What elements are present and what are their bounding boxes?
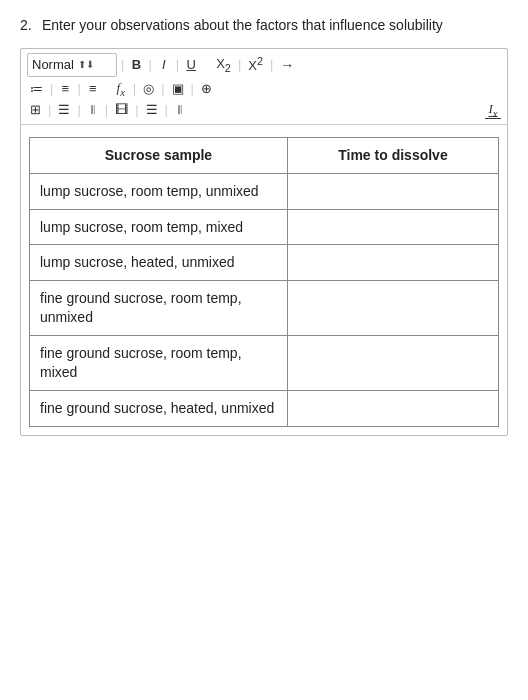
arrow-button[interactable]: → — [277, 56, 297, 74]
sep2: | — [148, 57, 151, 72]
style-label: Normal — [32, 57, 74, 72]
table-row: lump sucrose, room temp, mixed — [30, 209, 499, 245]
sep16: | — [135, 102, 138, 117]
question-text: Enter your observations about the factor… — [42, 16, 508, 36]
italic-button[interactable]: I — [156, 56, 172, 73]
align-left-icon[interactable]: ☰ — [55, 101, 73, 118]
table-row: fine ground sucrose, heated, unmixed — [30, 390, 499, 426]
style-select[interactable]: Normal ⬆⬇ — [27, 53, 117, 77]
indent-icon[interactable]: ≡ — [85, 80, 101, 97]
fx-button[interactable]: fx — [113, 79, 129, 99]
subscript-button[interactable]: X2 — [213, 55, 234, 75]
columns-icon[interactable]: ⦀ — [85, 101, 101, 119]
table-icon[interactable]: ⊞ — [27, 101, 44, 118]
list-ordered-icon[interactable]: ≡ — [57, 80, 73, 97]
table-row: fine ground sucrose, room temp, unmixed — [30, 281, 499, 336]
superscript-button[interactable]: X2 — [245, 54, 266, 74]
sep8: | — [77, 81, 80, 96]
cell-sample-5[interactable]: fine ground sucrose, heated, unmixed — [30, 390, 288, 426]
sucrose-table: Sucrose sample Time to dissolve lump suc… — [29, 137, 499, 427]
cell-time-1[interactable] — [287, 209, 498, 245]
cell-time-2[interactable] — [287, 245, 498, 281]
toolbar-row-3: ⊞ | ☰ | ⦀ | 🎞 | ☰ | ⦀ Ix — [27, 100, 501, 120]
image-icon[interactable]: ▣ — [169, 80, 187, 97]
clear-format-button[interactable]: Ix — [485, 100, 501, 120]
cell-sample-2[interactable]: lump sucrose, heated, unmixed — [30, 245, 288, 281]
list-unordered-icon[interactable]: ≔ — [27, 80, 46, 97]
cell-sample-1[interactable]: lump sucrose, room temp, mixed — [30, 209, 288, 245]
cell-sample-4[interactable]: fine ground sucrose, room temp, mixed — [30, 336, 288, 391]
table-row: fine ground sucrose, room temp, mixed — [30, 336, 499, 391]
sep12: | — [191, 81, 194, 96]
sep14: | — [77, 102, 80, 117]
cell-sample-0[interactable]: lump sucrose, room temp, unmixed — [30, 173, 288, 209]
table-header-row: Sucrose sample Time to dissolve — [30, 137, 499, 173]
cell-time-5[interactable] — [287, 390, 498, 426]
sep1: | — [121, 57, 124, 72]
sep6: | — [270, 57, 273, 72]
cell-time-3[interactable] — [287, 281, 498, 336]
toolbar-row-2: ≔ | ≡ | ≡ fx | ◎ | ▣ | ⊕ — [27, 79, 501, 99]
subscript-num: 2 — [225, 61, 231, 73]
percent-icon[interactable]: ◎ — [140, 80, 157, 97]
question-number: 2. — [20, 16, 36, 36]
sep17: | — [165, 102, 168, 117]
editor-container: Normal ⬆⬇ | B | I | U X2 | X2 | → ≔ | ≡ … — [20, 48, 508, 436]
col-header-sample: Sucrose sample — [30, 137, 288, 173]
sep3: | — [176, 57, 179, 72]
list2-icon[interactable]: ☰ — [143, 101, 161, 118]
editor-body[interactable]: Sucrose sample Time to dissolve lump suc… — [21, 125, 507, 435]
select-arrow-icon: ⬆⬇ — [78, 59, 94, 70]
superscript-num: 2 — [257, 55, 263, 67]
media-icon[interactable]: 🎞 — [112, 101, 131, 118]
cell-sample-3[interactable]: fine ground sucrose, room temp, unmixed — [30, 281, 288, 336]
link-icon[interactable]: ⊕ — [198, 80, 215, 97]
sep5: | — [238, 57, 241, 72]
toolbar: Normal ⬆⬇ | B | I | U X2 | X2 | → ≔ | ≡ … — [21, 49, 507, 125]
cell-time-0[interactable] — [287, 173, 498, 209]
bold-button[interactable]: B — [128, 56, 144, 73]
table-row: lump sucrose, room temp, unmixed — [30, 173, 499, 209]
underline-button[interactable]: U — [183, 56, 199, 73]
more-icon[interactable]: ⦀ — [172, 101, 188, 119]
col-header-time: Time to dissolve — [287, 137, 498, 173]
cell-time-4[interactable] — [287, 336, 498, 391]
sep7: | — [50, 81, 53, 96]
sep11: | — [161, 81, 164, 96]
toolbar-row-1: Normal ⬆⬇ | B | I | U X2 | X2 | → — [27, 53, 501, 77]
sep15: | — [105, 102, 108, 117]
question-header: 2. Enter your observations about the fac… — [20, 16, 508, 36]
sep10: | — [133, 81, 136, 96]
sep13: | — [48, 102, 51, 117]
table-row: lump sucrose, heated, unmixed — [30, 245, 499, 281]
